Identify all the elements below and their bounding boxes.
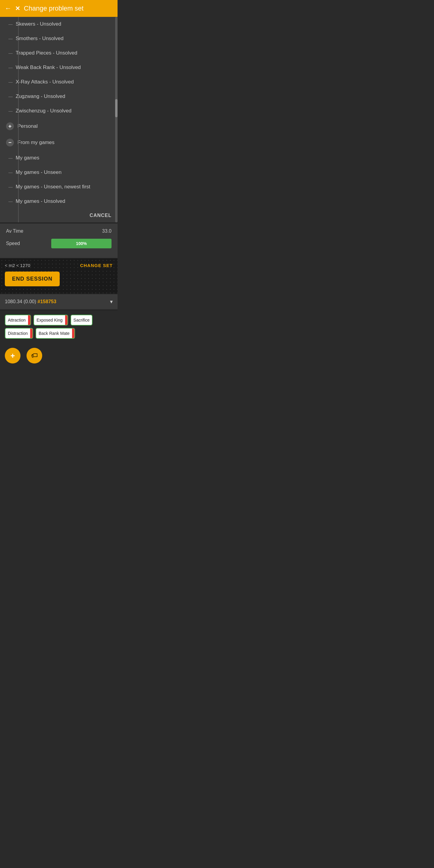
add-button[interactable]: + (5, 348, 21, 364)
tag-badge-4[interactable]: Back Rank Mate (36, 328, 75, 339)
back-button[interactable]: ← (5, 4, 11, 12)
speed-bar-fill: 100% (51, 239, 112, 248)
speed-value: 100% (76, 241, 87, 246)
action-section: < m2 < 1270 CHANGE SET END SESSION (0, 258, 118, 293)
speed-row: Speed 100% (6, 239, 112, 248)
speed-label: Speed (6, 241, 20, 246)
menu-item-zugzwang[interactable]: Zugzwang - Unsolved (0, 89, 118, 104)
menu-item-skewers[interactable]: Skewers - Unsolved (0, 17, 118, 31)
tag-badge-0[interactable]: Attraction (5, 315, 31, 326)
end-session-button[interactable]: END SESSION (5, 272, 60, 286)
menu-item-weak-back-rank[interactable]: Weak Back Rank - Unsolved (0, 60, 118, 75)
menu-item-my-games-unsolved[interactable]: My games - Unsolved (0, 194, 118, 209)
menu-item-my-games-unseen[interactable]: My games - Unseen (0, 165, 118, 180)
stats-section: Av Time 33.0 Speed 100% (0, 224, 118, 258)
bottom-buttons: + 🏷 (0, 343, 118, 368)
tag-icon: 🏷 (31, 352, 38, 360)
tag-badge-2[interactable]: Sacrifice (70, 315, 93, 326)
tag-badge-3[interactable]: Distraction (5, 328, 33, 339)
close-button[interactable]: ✕ (15, 5, 20, 12)
tags-row: AttractionExposed KingSacrificeDistracti… (5, 315, 113, 339)
menu-item-xray-attacks[interactable]: X-Ray Attacks - Unsolved (0, 75, 118, 89)
tag-label-2: Sacrifice (71, 318, 92, 322)
menu-item-trapped-pieces[interactable]: Trapped Pieces - Unsolved (0, 46, 118, 60)
header: ← ✕ Change problem set (0, 0, 118, 17)
personal-toggle-button[interactable]: + (6, 122, 14, 130)
cancel-button[interactable]: CANCEL (90, 213, 112, 218)
game-score: 1080.34 (0.00) #158753 (5, 299, 56, 304)
game-link[interactable]: #158753 (38, 299, 56, 304)
divider-1 (0, 222, 118, 223)
my-games-sub-items: My games My games - Unseen My games - Un… (0, 151, 118, 209)
av-time-row: Av Time 33.0 (6, 228, 112, 234)
tags-section: AttractionExposed KingSacrificeDistracti… (0, 310, 118, 343)
from-my-games-section-header[interactable]: − From my games (0, 134, 118, 151)
tag-indicator-0 (28, 315, 30, 325)
menu-item-my-games[interactable]: My games (0, 151, 118, 165)
menu-item-smothers[interactable]: Smothers - Unsolved (0, 31, 118, 46)
change-set-row: < m2 < 1270 CHANGE SET (5, 263, 113, 268)
dialog-title: Change problem set (24, 4, 84, 12)
av-time-value: 33.0 (102, 228, 112, 234)
scroll-thumb[interactable] (115, 99, 118, 117)
from-my-games-label: From my games (18, 140, 55, 146)
game-info-row: 1080.34 (0.00) #158753 ▾ (0, 294, 118, 309)
tag-badge-1[interactable]: Exposed King (33, 315, 68, 326)
menu-item-zwischenzug[interactable]: Zwischenzug - Unsolved (0, 104, 118, 118)
personal-section-header[interactable]: + Personal (0, 118, 118, 134)
personal-label: Personal (18, 123, 38, 129)
game-score-text: 1080.34 (0.00) (5, 299, 38, 304)
tag-label-0: Attraction (5, 318, 28, 322)
change-set-button[interactable]: CHANGE SET (80, 263, 113, 268)
tag-label-1: Exposed King (34, 318, 65, 322)
av-time-label: Av Time (6, 228, 24, 234)
plus-icon: + (10, 351, 15, 361)
rating-text: < m2 < 1270 (5, 263, 30, 268)
tag-button[interactable]: 🏷 (27, 348, 42, 364)
problem-set-panel: Skewers - Unsolved Smothers - Unsolved T… (0, 17, 118, 222)
tag-label-4: Back Rank Mate (36, 331, 72, 336)
menu-item-my-games-unseen-newest[interactable]: My games - Unseen, newest first (0, 180, 118, 194)
chevron-down-icon[interactable]: ▾ (110, 299, 113, 305)
menu-items-top: Skewers - Unsolved Smothers - Unsolved T… (0, 17, 118, 118)
tag-indicator-4 (72, 329, 74, 338)
cancel-row: CANCEL (0, 209, 118, 222)
tag-indicator-1 (65, 315, 67, 325)
tag-label-3: Distraction (5, 331, 30, 336)
tag-indicator-3 (30, 329, 33, 338)
speed-bar-container: 100% (51, 239, 112, 248)
from-my-games-toggle-button[interactable]: − (6, 138, 14, 147)
scroll-track (115, 17, 118, 222)
